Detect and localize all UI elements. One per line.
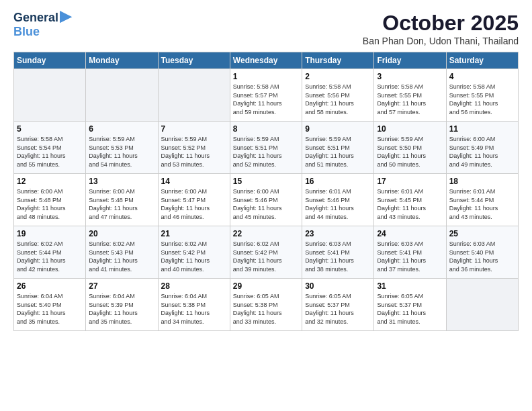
day-number: 9: [305, 124, 371, 134]
cell-info: Sunrise: 6:04 AM Sunset: 5:38 PM Dayligh…: [161, 292, 227, 326]
calendar-cell: 21Sunrise: 6:02 AM Sunset: 5:42 PM Dayli…: [158, 226, 230, 279]
day-number: 7: [161, 124, 227, 134]
cell-info: Sunrise: 6:00 AM Sunset: 5:47 PM Dayligh…: [161, 187, 227, 221]
cell-info: Sunrise: 5:58 AM Sunset: 5:57 PM Dayligh…: [233, 83, 299, 116]
header-thursday: Thursday: [302, 52, 374, 69]
calendar-cell: 18Sunrise: 6:01 AM Sunset: 5:44 PM Dayli…: [446, 174, 518, 226]
calendar-table: Sunday Monday Tuesday Wednesday Thursday…: [13, 52, 519, 331]
calendar-cell: 19Sunrise: 6:02 AM Sunset: 5:44 PM Dayli…: [14, 226, 86, 279]
month-title: October 2025: [363, 11, 519, 36]
cell-info: Sunrise: 6:03 AM Sunset: 5:41 PM Dayligh…: [377, 240, 443, 273]
cell-info: Sunrise: 5:58 AM Sunset: 5:55 PM Dayligh…: [449, 83, 515, 116]
calendar-cell: 20Sunrise: 6:02 AM Sunset: 5:43 PM Dayli…: [86, 226, 158, 279]
cell-info: Sunrise: 6:05 AM Sunset: 5:37 PM Dayligh…: [377, 292, 443, 326]
cell-info: Sunrise: 5:59 AM Sunset: 5:50 PM Dayligh…: [377, 135, 443, 169]
cell-info: Sunrise: 6:03 AM Sunset: 5:41 PM Dayligh…: [305, 240, 371, 273]
page-container: General Blue October 2025 Ban Phan Don, …: [0, 0, 532, 338]
calendar-week-row: 12Sunrise: 6:00 AM Sunset: 5:48 PM Dayli…: [14, 174, 519, 226]
cell-info: Sunrise: 5:59 AM Sunset: 5:52 PM Dayligh…: [161, 135, 227, 169]
calendar-cell: 8Sunrise: 5:59 AM Sunset: 5:51 PM Daylig…: [230, 122, 302, 174]
header-saturday: Saturday: [446, 52, 518, 69]
day-number: 21: [161, 229, 227, 238]
calendar-cell: 16Sunrise: 6:01 AM Sunset: 5:46 PM Dayli…: [302, 174, 374, 226]
day-number: 8: [233, 124, 299, 134]
day-number: 13: [89, 177, 154, 186]
calendar-cell: [14, 69, 86, 122]
day-number: 16: [305, 177, 371, 186]
cell-info: Sunrise: 6:02 AM Sunset: 5:42 PM Dayligh…: [233, 240, 299, 273]
header-friday: Friday: [374, 52, 446, 69]
day-number: 3: [377, 72, 443, 81]
calendar-cell: 26Sunrise: 6:04 AM Sunset: 5:40 PM Dayli…: [14, 279, 86, 331]
cell-info: Sunrise: 6:02 AM Sunset: 5:43 PM Dayligh…: [89, 240, 154, 273]
cell-info: Sunrise: 6:04 AM Sunset: 5:40 PM Dayligh…: [17, 292, 83, 326]
cell-info: Sunrise: 5:58 AM Sunset: 5:54 PM Dayligh…: [17, 135, 83, 169]
calendar-cell: 12Sunrise: 6:00 AM Sunset: 5:48 PM Dayli…: [14, 174, 86, 226]
calendar-cell: 22Sunrise: 6:02 AM Sunset: 5:42 PM Dayli…: [230, 226, 302, 279]
cell-info: Sunrise: 6:01 AM Sunset: 5:44 PM Dayligh…: [449, 187, 515, 221]
cell-info: Sunrise: 5:59 AM Sunset: 5:53 PM Dayligh…: [89, 135, 154, 169]
logo-text-general: General: [13, 11, 58, 25]
cell-info: Sunrise: 6:00 AM Sunset: 5:49 PM Dayligh…: [449, 135, 515, 169]
header-wednesday: Wednesday: [230, 52, 302, 69]
logo-text-blue: Blue: [13, 26, 75, 39]
calendar-week-row: 19Sunrise: 6:02 AM Sunset: 5:44 PM Dayli…: [14, 226, 519, 279]
day-number: 4: [449, 72, 515, 81]
calendar-cell: 29Sunrise: 6:05 AM Sunset: 5:38 PM Dayli…: [230, 279, 302, 331]
calendar-cell: 31Sunrise: 6:05 AM Sunset: 5:37 PM Dayli…: [374, 279, 446, 331]
title-block: October 2025 Ban Phan Don, Udon Thani, T…: [363, 11, 519, 46]
cell-info: Sunrise: 6:02 AM Sunset: 5:44 PM Dayligh…: [17, 240, 83, 273]
day-number: 26: [17, 281, 83, 291]
cell-info: Sunrise: 6:00 AM Sunset: 5:46 PM Dayligh…: [233, 187, 299, 221]
cell-info: Sunrise: 5:58 AM Sunset: 5:56 PM Dayligh…: [305, 83, 371, 116]
calendar-cell: 24Sunrise: 6:03 AM Sunset: 5:41 PM Dayli…: [374, 226, 446, 279]
svg-marker-0: [60, 11, 72, 23]
cell-info: Sunrise: 6:02 AM Sunset: 5:42 PM Dayligh…: [161, 240, 227, 273]
calendar-week-row: 5Sunrise: 5:58 AM Sunset: 5:54 PM Daylig…: [14, 122, 519, 174]
day-number: 5: [17, 124, 83, 134]
calendar-cell: 14Sunrise: 6:00 AM Sunset: 5:47 PM Dayli…: [158, 174, 230, 226]
cell-info: Sunrise: 5:59 AM Sunset: 5:51 PM Dayligh…: [305, 135, 371, 169]
calendar-cell: 13Sunrise: 6:00 AM Sunset: 5:48 PM Dayli…: [86, 174, 158, 226]
calendar-cell: 9Sunrise: 5:59 AM Sunset: 5:51 PM Daylig…: [302, 122, 374, 174]
day-number: 10: [377, 124, 443, 134]
calendar-cell: 3Sunrise: 5:58 AM Sunset: 5:55 PM Daylig…: [374, 69, 446, 122]
calendar-week-row: 26Sunrise: 6:04 AM Sunset: 5:40 PM Dayli…: [14, 279, 519, 331]
day-number: 19: [17, 229, 83, 238]
calendar-cell: 15Sunrise: 6:00 AM Sunset: 5:46 PM Dayli…: [230, 174, 302, 226]
day-number: 12: [17, 177, 83, 186]
cell-info: Sunrise: 6:00 AM Sunset: 5:48 PM Dayligh…: [17, 187, 83, 221]
calendar-cell: 2Sunrise: 5:58 AM Sunset: 5:56 PM Daylig…: [302, 69, 374, 122]
cell-info: Sunrise: 6:03 AM Sunset: 5:40 PM Dayligh…: [449, 240, 515, 273]
cell-info: Sunrise: 6:01 AM Sunset: 5:46 PM Dayligh…: [305, 187, 371, 221]
day-number: 6: [89, 124, 154, 134]
day-number: 11: [449, 124, 515, 134]
calendar-cell: 25Sunrise: 6:03 AM Sunset: 5:40 PM Dayli…: [446, 226, 518, 279]
day-number: 17: [377, 177, 443, 186]
calendar-cell: 17Sunrise: 6:01 AM Sunset: 5:45 PM Dayli…: [374, 174, 446, 226]
calendar-cell: 27Sunrise: 6:04 AM Sunset: 5:39 PM Dayli…: [86, 279, 158, 331]
header-sunday: Sunday: [14, 52, 86, 69]
calendar-cell: 5Sunrise: 5:58 AM Sunset: 5:54 PM Daylig…: [14, 122, 86, 174]
day-number: 20: [89, 229, 154, 238]
header: General Blue October 2025 Ban Phan Don, …: [13, 11, 519, 46]
day-number: 24: [377, 229, 443, 238]
calendar-cell: 10Sunrise: 5:59 AM Sunset: 5:50 PM Dayli…: [374, 122, 446, 174]
cell-info: Sunrise: 5:58 AM Sunset: 5:55 PM Dayligh…: [377, 83, 443, 116]
day-number: 14: [161, 177, 227, 186]
day-number: 30: [305, 281, 371, 291]
cell-info: Sunrise: 6:05 AM Sunset: 5:38 PM Dayligh…: [233, 292, 299, 326]
day-number: 29: [233, 281, 299, 291]
cell-info: Sunrise: 6:05 AM Sunset: 5:37 PM Dayligh…: [305, 292, 371, 326]
weekday-header-row: Sunday Monday Tuesday Wednesday Thursday…: [14, 52, 519, 69]
header-tuesday: Tuesday: [158, 52, 230, 69]
day-number: 31: [377, 281, 443, 291]
cell-info: Sunrise: 6:00 AM Sunset: 5:48 PM Dayligh…: [89, 187, 154, 221]
calendar-cell: 7Sunrise: 5:59 AM Sunset: 5:52 PM Daylig…: [158, 122, 230, 174]
day-number: 25: [449, 229, 515, 238]
calendar-cell: [158, 69, 230, 122]
calendar-cell: 30Sunrise: 6:05 AM Sunset: 5:37 PM Dayli…: [302, 279, 374, 331]
header-monday: Monday: [86, 52, 158, 69]
logo-icon: [60, 11, 75, 26]
calendar-cell: 28Sunrise: 6:04 AM Sunset: 5:38 PM Dayli…: [158, 279, 230, 331]
